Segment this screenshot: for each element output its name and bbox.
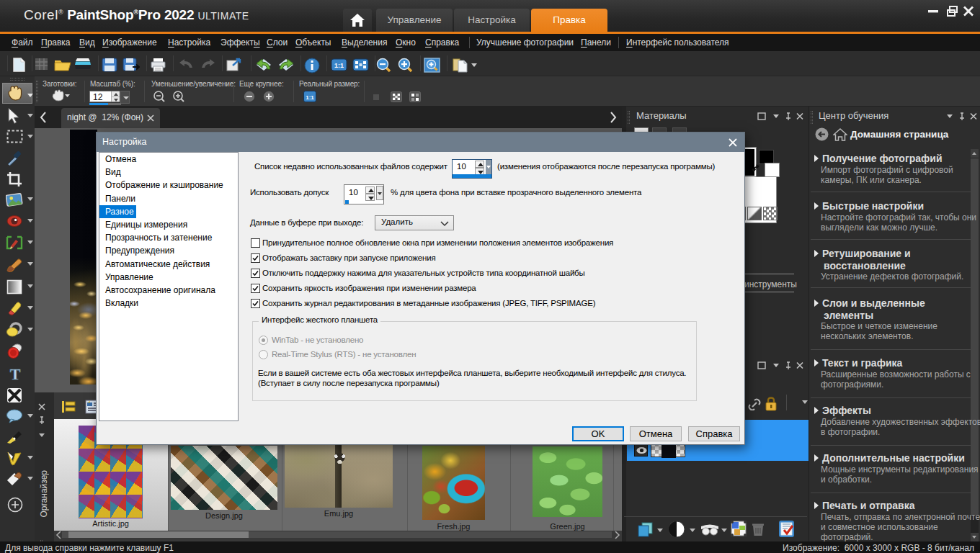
svg-text:1:1: 1:1 (334, 62, 344, 69)
svg-text:1:1: 1:1 (306, 94, 314, 101)
svg-text:T: T (10, 366, 21, 382)
